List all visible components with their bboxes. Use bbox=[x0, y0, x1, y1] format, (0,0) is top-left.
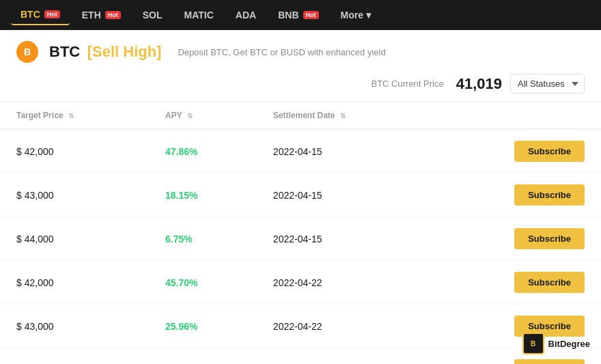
sort-icon-target-price: ⇅ bbox=[68, 112, 74, 120]
cell-settlement-date: 2022-04-22 bbox=[257, 305, 431, 348]
status-filter-select[interactable]: All Statuses Active Ended bbox=[510, 74, 585, 94]
nav-more-button[interactable]: More ▾ bbox=[331, 5, 380, 25]
cell-action: Subscribe bbox=[431, 129, 601, 173]
current-price-label: BTC Current Price bbox=[372, 79, 444, 89]
bitdegree-label: BitDegree bbox=[548, 339, 590, 349]
subscribe-button[interactable]: Subscribe bbox=[514, 359, 585, 364]
nav-label-bnb: BNB bbox=[278, 10, 298, 20]
nav-item-ada[interactable]: ADA bbox=[226, 5, 266, 25]
nav-item-bnb[interactable]: BNB Hot bbox=[268, 5, 328, 25]
page-title: BTC [Sell High] bbox=[49, 43, 161, 61]
hot-badge-eth: Hot bbox=[105, 11, 121, 19]
cell-apy: 45.70% bbox=[149, 261, 257, 305]
cell-target-price: $ 43,000 bbox=[0, 173, 149, 217]
cell-target-price: $ 44,000 bbox=[0, 217, 149, 261]
hot-badge-btc: Hot bbox=[44, 10, 60, 18]
nav-label-sol: SOL bbox=[143, 10, 163, 20]
table-row: $ 42,000 47.86% 2022-04-15 Subscribe bbox=[0, 129, 601, 173]
sort-icon-apy: ⇅ bbox=[187, 112, 193, 120]
table-header-row: Target Price ⇅ APY ⇅ Settlement Date ⇅ bbox=[0, 102, 601, 129]
cell-target-price: $ 43,000 bbox=[0, 305, 149, 348]
cell-target-price: $ 42,000 bbox=[0, 129, 149, 173]
cell-apy: 25.96% bbox=[149, 305, 257, 348]
nav-label-eth: ETH bbox=[82, 10, 101, 20]
cell-action: Subscribe bbox=[431, 173, 601, 217]
cell-apy: 47.86% bbox=[149, 129, 257, 173]
cell-settlement-date: 2022-04-22 bbox=[257, 261, 431, 305]
col-target-price: Target Price ⇅ bbox=[0, 102, 149, 129]
col-action bbox=[431, 102, 601, 129]
subscriptions-table: Target Price ⇅ APY ⇅ Settlement Date ⇅ $… bbox=[0, 102, 601, 364]
btc-coin-icon: B bbox=[16, 41, 38, 63]
cell-settlement-date: 2022-04-15 bbox=[257, 129, 431, 173]
nav-item-matic[interactable]: MATIC bbox=[175, 5, 223, 25]
table-row: $ 43,000 18.15% 2022-04-15 Subscribe bbox=[0, 173, 601, 217]
nav-item-eth[interactable]: ETH Hot bbox=[72, 5, 130, 25]
nav-label-ada: ADA bbox=[236, 10, 256, 20]
page-header: B BTC [Sell High] Deposit BTC, Get BTC o… bbox=[0, 30, 601, 102]
current-price-value: 41,019 bbox=[456, 75, 502, 93]
col-settlement-date: Settlement Date ⇅ bbox=[257, 102, 431, 129]
nav-more-label: More bbox=[341, 10, 363, 20]
sort-icon-settlement: ⇅ bbox=[340, 112, 346, 120]
main-table-container: Target Price ⇅ APY ⇅ Settlement Date ⇅ $… bbox=[0, 102, 601, 364]
hot-badge-bnb: Hot bbox=[303, 11, 319, 19]
cell-action: Subscribe bbox=[431, 261, 601, 305]
subscribe-button[interactable]: Subscribe bbox=[514, 228, 585, 249]
header-right: BTC Current Price 41,019 All Statuses Ac… bbox=[372, 74, 585, 94]
subscribe-button[interactable]: Subscribe bbox=[514, 272, 585, 293]
nav-label-btc: BTC bbox=[20, 9, 40, 20]
cell-settlement-date: 2022-04-15 bbox=[257, 173, 431, 217]
cell-action: Subscribe bbox=[431, 217, 601, 261]
table-row: $ 43,000 25.96% 2022-04-22 Subscribe bbox=[0, 305, 601, 348]
nav-item-btc[interactable]: BTC Hot bbox=[11, 5, 70, 25]
cell-settlement-date: 2022-04-22 bbox=[257, 348, 431, 365]
cell-target-price: $ 42,000 bbox=[0, 261, 149, 305]
col-apy: APY ⇅ bbox=[149, 102, 257, 129]
nav-label-matic: MATIC bbox=[184, 10, 214, 20]
subscribe-button[interactable]: Subscribe bbox=[514, 141, 585, 162]
cell-settlement-date: 2022-04-15 bbox=[257, 217, 431, 261]
nav-item-sol[interactable]: SOL bbox=[133, 5, 172, 25]
page-subtitle: Deposit BTC, Get BTC or BUSD with enhanc… bbox=[178, 47, 385, 57]
subscribe-button[interactable]: Subscribe bbox=[514, 184, 585, 206]
table-row: $ 44,000 6.75% 2022-04-15 Subscribe bbox=[0, 217, 601, 261]
table-row: $ 42,000 45.70% 2022-04-22 Subscribe bbox=[0, 261, 601, 305]
bitdegree-icon: B bbox=[522, 333, 544, 354]
cell-target-price: $ 44,000 bbox=[0, 348, 149, 365]
cell-apy: 6.75% bbox=[149, 217, 257, 261]
table-row: $ 44,000 14.79% 2022-04-22 Subscribe bbox=[0, 348, 601, 365]
cell-apy: 18.15% bbox=[149, 173, 257, 217]
footer-logo: B BitDegree bbox=[522, 333, 590, 354]
chevron-down-icon: ▾ bbox=[366, 10, 371, 20]
navigation: BTC Hot ETH Hot SOL MATIC ADA BNB Hot Mo… bbox=[0, 0, 601, 30]
cell-apy: 14.79% bbox=[149, 348, 257, 365]
